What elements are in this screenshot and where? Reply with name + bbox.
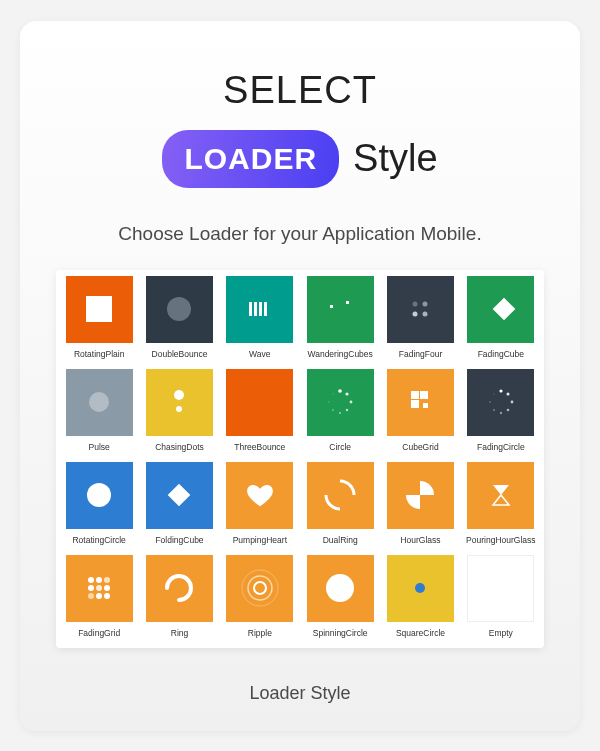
- svg-point-10: [413, 312, 418, 317]
- loader-option-foldingcube[interactable]: FoldingCube: [140, 460, 218, 551]
- pumpingheart-icon: [226, 462, 293, 529]
- loader-label: FadingCube: [476, 345, 526, 365]
- svg-point-33: [493, 409, 495, 411]
- ripple-icon: [226, 555, 293, 622]
- svg-rect-27: [423, 403, 428, 408]
- subtitle: Choose Loader for your Application Mobil…: [50, 223, 550, 245]
- svg-point-28: [499, 389, 502, 392]
- svg-point-50: [326, 574, 354, 602]
- svg-point-35: [493, 393, 495, 395]
- loader-option-ring[interactable]: Ring: [140, 553, 218, 644]
- loader-label: PouringHourGlass: [464, 531, 537, 551]
- loader-option-cubegrid[interactable]: CubeGrid: [381, 367, 459, 458]
- loader-option-empty[interactable]: Empty: [462, 553, 540, 644]
- svg-point-43: [104, 585, 110, 591]
- svg-point-47: [254, 582, 266, 594]
- svg-rect-26: [411, 400, 419, 408]
- loader-label: DoubleBounce: [150, 345, 210, 365]
- dualring-icon: [307, 462, 374, 529]
- fadingcube-icon: [467, 276, 534, 343]
- threebounce-icon: [226, 369, 293, 436]
- svg-point-11: [423, 312, 428, 317]
- svg-point-45: [96, 593, 102, 599]
- loader-label: FadingCircle: [475, 438, 527, 458]
- svg-point-19: [346, 409, 348, 411]
- svg-point-38: [88, 577, 94, 583]
- loader-option-circle[interactable]: Circle: [301, 367, 379, 458]
- svg-point-46: [104, 593, 110, 599]
- loader-label: ChasingDots: [153, 438, 206, 458]
- circle-icon: [307, 369, 374, 436]
- svg-point-34: [489, 401, 491, 403]
- loader-option-spinningcircle[interactable]: SpinningCircle: [301, 553, 379, 644]
- loader-label: HourGlass: [398, 531, 442, 551]
- loader-option-chasingdots[interactable]: ChasingDots: [140, 367, 218, 458]
- squarecircle-icon: [387, 555, 454, 622]
- loader-label: ThreeBounce: [232, 438, 287, 458]
- loader-label: PumpingHeart: [231, 531, 289, 551]
- svg-rect-4: [259, 302, 262, 316]
- svg-rect-3: [254, 302, 257, 316]
- svg-point-42: [96, 585, 102, 591]
- loader-option-hourglass[interactable]: HourGlass: [381, 460, 459, 551]
- loader-option-pumpingheart[interactable]: PumpingHeart: [221, 460, 299, 551]
- card-container: SELECT LOADER Style Choose Loader for yo…: [20, 21, 580, 731]
- cubegrid-icon: [387, 369, 454, 436]
- loader-option-fadingfour[interactable]: FadingFour: [381, 274, 459, 365]
- foldingcube-icon: [146, 462, 213, 529]
- hourglass-icon: [387, 462, 454, 529]
- loader-option-fadingcube[interactable]: FadingCube: [462, 274, 540, 365]
- spinningcircle-icon: [307, 555, 374, 622]
- svg-point-23: [332, 393, 333, 394]
- loader-label: FadingGrid: [76, 624, 122, 644]
- loader-option-ripple[interactable]: Ripple: [221, 553, 299, 644]
- loader-option-pouringhourglass[interactable]: PouringHourGlass: [462, 460, 540, 551]
- loader-label: FoldingCube: [153, 531, 205, 551]
- loader-grid-container: RotatingPlain DoubleBounce Wave: [56, 270, 544, 648]
- svg-point-21: [332, 409, 334, 411]
- title-row: LOADER Style: [50, 130, 550, 188]
- svg-point-1: [167, 297, 191, 321]
- svg-point-22: [328, 401, 330, 403]
- svg-point-31: [507, 409, 510, 412]
- loader-label: RotatingPlain: [72, 345, 127, 365]
- rotatingplain-icon: [66, 276, 133, 343]
- loader-option-rotatingplain[interactable]: RotatingPlain: [60, 274, 138, 365]
- loader-option-rotatingcircle[interactable]: RotatingCircle: [60, 460, 138, 551]
- loader-label: RotatingCircle: [70, 531, 127, 551]
- svg-point-18: [350, 401, 353, 404]
- svg-point-41: [88, 585, 94, 591]
- loader-option-doublebounce[interactable]: DoubleBounce: [140, 274, 218, 365]
- title-style: Style: [353, 137, 437, 180]
- fadinggrid-icon: [66, 555, 133, 622]
- pulse-icon: [66, 369, 133, 436]
- loader-grid: RotatingPlain DoubleBounce Wave: [60, 274, 540, 644]
- loader-label: SpinningCircle: [311, 624, 370, 644]
- loader-option-fadinggrid[interactable]: FadingGrid: [60, 553, 138, 644]
- doublebounce-icon: [146, 276, 213, 343]
- svg-point-39: [96, 577, 102, 583]
- loader-label: Wave: [247, 345, 272, 365]
- loader-option-dualring[interactable]: DualRing: [301, 460, 379, 551]
- loader-option-squarecircle[interactable]: SquareCircle: [381, 553, 459, 644]
- loader-option-wanderingcubes[interactable]: WanderingCubes: [301, 274, 379, 365]
- svg-point-48: [248, 576, 272, 600]
- loader-label: Circle: [327, 438, 353, 458]
- loader-option-wave[interactable]: Wave: [221, 274, 299, 365]
- fadingcircle-icon: [467, 369, 534, 436]
- loader-label: SquareCircle: [394, 624, 447, 644]
- wanderingcubes-icon: [307, 276, 374, 343]
- loader-option-pulse[interactable]: Pulse: [60, 367, 138, 458]
- loader-option-fadingcircle[interactable]: FadingCircle: [462, 367, 540, 458]
- svg-rect-25: [420, 391, 428, 399]
- loader-label: WanderingCubes: [305, 345, 374, 365]
- ring-icon: [146, 555, 213, 622]
- svg-rect-12: [493, 298, 516, 321]
- loader-option-threebounce[interactable]: ThreeBounce: [221, 367, 299, 458]
- svg-point-30: [510, 401, 513, 404]
- svg-rect-7: [346, 301, 349, 304]
- svg-point-40: [104, 577, 110, 583]
- rotatingcircle-icon: [66, 462, 133, 529]
- svg-point-14: [174, 390, 184, 400]
- title-select: SELECT: [50, 69, 550, 112]
